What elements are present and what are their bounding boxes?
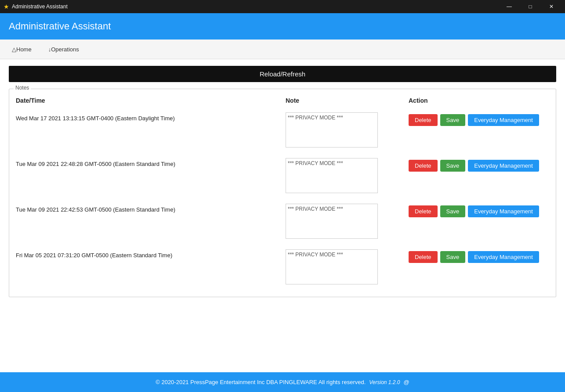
save-button-3[interactable]: Save	[440, 251, 466, 263]
app-title: Administrative Assistant	[9, 21, 111, 32]
delete-button-1[interactable]: Delete	[409, 160, 438, 172]
note-datetime-1: Tue Mar 09 2021 22:48:28 GMT-0500 (Easte…	[16, 158, 286, 167]
table-row: Tue Mar 09 2021 22:48:28 GMT-0500 (Easte…	[16, 153, 549, 199]
footer-symbol: @	[404, 379, 409, 385]
nav-operations[interactable]: ↓Operations	[41, 43, 87, 56]
note-field-1: *** PRIVACY MODE ***	[286, 158, 409, 194]
delete-button-2[interactable]: Delete	[409, 205, 438, 217]
save-button-2[interactable]: Save	[440, 205, 466, 217]
notes-legend: Notes	[14, 85, 31, 91]
table-row: Fri Mar 05 2021 07:31:20 GMT-0500 (Easte…	[16, 245, 549, 290]
nav-home[interactable]: △Home	[4, 43, 39, 56]
everyday-button-2[interactable]: Everyday Management	[468, 205, 539, 217]
header-note: Note	[286, 97, 409, 104]
save-button-0[interactable]: Save	[440, 114, 466, 126]
close-button[interactable]: ✕	[541, 0, 561, 13]
title-bar: ★ Administrative Assistant — □ ✕	[0, 0, 565, 13]
note-textarea-2[interactable]: *** PRIVACY MODE ***	[286, 204, 378, 239]
header-datetime: Date/Time	[16, 97, 286, 104]
delete-button-3[interactable]: Delete	[409, 251, 438, 263]
note-datetime-0: Wed Mar 17 2021 13:13:15 GMT-0400 (Easte…	[16, 112, 286, 122]
note-actions-0: Delete Save Everyday Management	[409, 112, 549, 126]
note-field-3: *** PRIVACY MODE ***	[286, 249, 409, 286]
app-header: Administrative Assistant	[0, 13, 565, 40]
note-textarea-1[interactable]: *** PRIVACY MODE ***	[286, 158, 378, 193]
nav-bar: △Home ↓Operations	[0, 40, 565, 59]
table-row: Tue Mar 09 2021 22:42:53 GMT-0500 (Easte…	[16, 199, 549, 245]
note-field-2: *** PRIVACY MODE ***	[286, 204, 409, 240]
delete-button-0[interactable]: Delete	[409, 114, 438, 126]
title-bar-title: Administrative Assistant	[12, 4, 68, 10]
note-actions-1: Delete Save Everyday Management	[409, 158, 549, 172]
everyday-button-3[interactable]: Everyday Management	[468, 251, 539, 263]
note-actions-2: Delete Save Everyday Management	[409, 204, 549, 217]
main-content: Reload/Refresh Notes Date/Time Note Acti…	[0, 59, 565, 392]
app-icon: ★	[4, 3, 9, 10]
footer-copyright: © 2020-2021 PressPage Entertainment Inc …	[156, 379, 366, 385]
header-action: Action	[409, 97, 549, 104]
note-datetime-2: Tue Mar 09 2021 22:42:53 GMT-0500 (Easte…	[16, 204, 286, 213]
reload-refresh-button[interactable]: Reload/Refresh	[9, 66, 556, 82]
minimize-button[interactable]: —	[499, 0, 519, 13]
maximize-button[interactable]: □	[520, 0, 540, 13]
footer-version: Version 1.2.0	[369, 379, 400, 385]
note-textarea-0[interactable]: *** PRIVACY MODE ***	[286, 112, 378, 147]
title-bar-left: ★ Administrative Assistant	[4, 3, 68, 10]
note-textarea-3[interactable]: *** PRIVACY MODE ***	[286, 249, 378, 284]
footer: © 2020-2021 PressPage Entertainment Inc …	[0, 372, 565, 392]
save-button-1[interactable]: Save	[440, 160, 466, 172]
note-actions-3: Delete Save Everyday Management	[409, 249, 549, 263]
note-datetime-3: Fri Mar 05 2021 07:31:20 GMT-0500 (Easte…	[16, 249, 286, 259]
everyday-button-1[interactable]: Everyday Management	[468, 160, 539, 172]
notes-section: Notes Date/Time Note Action Wed Mar 17 2…	[9, 89, 556, 297]
table-row: Wed Mar 17 2021 13:13:15 GMT-0400 (Easte…	[16, 108, 549, 153]
notes-table-header: Date/Time Note Action	[16, 94, 549, 108]
everyday-button-0[interactable]: Everyday Management	[468, 114, 539, 126]
note-field-0: *** PRIVACY MODE ***	[286, 112, 409, 149]
title-bar-controls: — □ ✕	[499, 0, 561, 13]
